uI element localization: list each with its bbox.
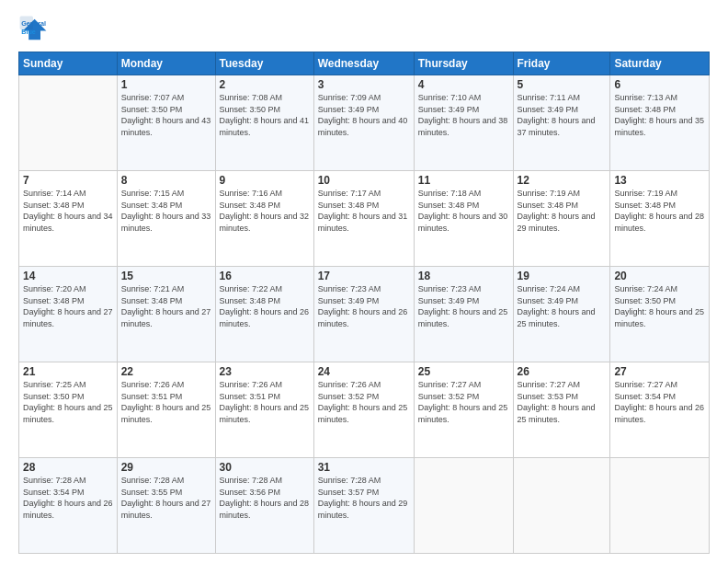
calendar-cell: 25Sunrise: 7:27 AMSunset: 3:52 PMDayligh… — [414, 362, 513, 458]
day-detail: Sunrise: 7:28 AMSunset: 3:55 PMDaylight:… — [121, 476, 211, 520]
calendar-cell: 18Sunrise: 7:23 AMSunset: 3:49 PMDayligh… — [414, 267, 513, 362]
day-detail: Sunrise: 7:11 AMSunset: 3:49 PMDaylight:… — [518, 93, 596, 137]
day-number: 12 — [518, 174, 607, 187]
day-detail: Sunrise: 7:24 AMSunset: 3:50 PMDaylight:… — [614, 284, 704, 328]
day-detail: Sunrise: 7:23 AMSunset: 3:49 PMDaylight:… — [418, 284, 508, 328]
day-number: 19 — [518, 270, 607, 282]
day-detail: Sunrise: 7:19 AMSunset: 3:48 PMDaylight:… — [518, 189, 596, 233]
calendar-header-tuesday: Tuesday — [215, 52, 313, 75]
calendar-cell: 23Sunrise: 7:26 AMSunset: 3:51 PMDayligh… — [215, 362, 313, 458]
day-detail: Sunrise: 7:17 AMSunset: 3:48 PMDaylight:… — [318, 189, 408, 233]
calendar-cell: 16Sunrise: 7:22 AMSunset: 3:48 PMDayligh… — [215, 267, 313, 362]
day-detail: Sunrise: 7:07 AMSunset: 3:50 PMDaylight:… — [121, 93, 211, 137]
day-number: 22 — [121, 365, 211, 378]
day-detail: Sunrise: 7:08 AMSunset: 3:50 PMDaylight:… — [220, 93, 310, 137]
calendar-header-friday: Friday — [513, 52, 610, 75]
calendar-cell: 15Sunrise: 7:21 AMSunset: 3:48 PMDayligh… — [117, 267, 215, 362]
calendar-cell — [19, 75, 118, 171]
day-number: 4 — [418, 78, 509, 91]
calendar-cell: 31Sunrise: 7:28 AMSunset: 3:57 PMDayligh… — [313, 458, 414, 554]
day-detail: Sunrise: 7:21 AMSunset: 3:48 PMDaylight:… — [121, 284, 211, 328]
day-detail: Sunrise: 7:28 AMSunset: 3:54 PMDaylight:… — [23, 476, 113, 520]
calendar-cell: 9Sunrise: 7:16 AMSunset: 3:48 PMDaylight… — [215, 171, 313, 267]
calendar-header-row: SundayMondayTuesdayWednesdayThursdayFrid… — [19, 52, 710, 75]
day-detail: Sunrise: 7:10 AMSunset: 3:49 PMDaylight:… — [418, 93, 508, 137]
day-detail: Sunrise: 7:20 AMSunset: 3:48 PMDaylight:… — [23, 284, 113, 328]
calendar-cell: 8Sunrise: 7:15 AMSunset: 3:48 PMDaylight… — [117, 171, 215, 267]
calendar-week-2: 7Sunrise: 7:14 AMSunset: 3:48 PMDaylight… — [19, 171, 710, 267]
day-detail: Sunrise: 7:25 AMSunset: 3:50 PMDaylight:… — [23, 380, 113, 424]
logo-icon: General Blue — [18, 15, 48, 44]
day-number: 10 — [318, 174, 410, 187]
calendar-cell: 11Sunrise: 7:18 AMSunset: 3:48 PMDayligh… — [414, 171, 513, 267]
calendar-cell: 6Sunrise: 7:13 AMSunset: 3:48 PMDaylight… — [610, 75, 710, 171]
day-number: 11 — [418, 174, 509, 187]
day-number: 20 — [614, 270, 705, 282]
calendar-cell: 2Sunrise: 7:08 AMSunset: 3:50 PMDaylight… — [215, 75, 313, 171]
day-number: 13 — [614, 174, 705, 187]
calendar-header-thursday: Thursday — [414, 52, 513, 75]
calendar-cell: 20Sunrise: 7:24 AMSunset: 3:50 PMDayligh… — [610, 267, 710, 362]
day-number: 18 — [418, 270, 509, 282]
calendar-cell: 22Sunrise: 7:26 AMSunset: 3:51 PMDayligh… — [117, 362, 215, 458]
day-detail: Sunrise: 7:28 AMSunset: 3:57 PMDaylight:… — [318, 476, 408, 520]
calendar-week-3: 14Sunrise: 7:20 AMSunset: 3:48 PMDayligh… — [19, 267, 710, 362]
calendar-cell — [414, 458, 513, 554]
day-number: 21 — [23, 365, 113, 378]
calendar-cell: 17Sunrise: 7:23 AMSunset: 3:49 PMDayligh… — [313, 267, 414, 362]
calendar-cell — [513, 458, 610, 554]
day-number: 28 — [23, 461, 113, 474]
calendar-cell: 24Sunrise: 7:26 AMSunset: 3:52 PMDayligh… — [313, 362, 414, 458]
calendar-week-1: 1Sunrise: 7:07 AMSunset: 3:50 PMDaylight… — [19, 75, 710, 171]
day-number: 8 — [121, 174, 211, 187]
day-number: 31 — [318, 461, 410, 474]
calendar-cell: 12Sunrise: 7:19 AMSunset: 3:48 PMDayligh… — [513, 171, 610, 267]
day-number: 30 — [220, 461, 310, 474]
page: General Blue SundayMondayTuesdayWednesda… — [0, 0, 728, 563]
logo: General Blue — [18, 15, 48, 44]
day-number: 16 — [220, 270, 310, 282]
day-detail: Sunrise: 7:09 AMSunset: 3:49 PMDaylight:… — [318, 93, 408, 137]
day-detail: Sunrise: 7:19 AMSunset: 3:48 PMDaylight:… — [614, 189, 704, 233]
day-number: 9 — [220, 174, 310, 187]
calendar-cell: 19Sunrise: 7:24 AMSunset: 3:49 PMDayligh… — [513, 267, 610, 362]
day-detail: Sunrise: 7:27 AMSunset: 3:53 PMDaylight:… — [518, 380, 596, 424]
day-detail: Sunrise: 7:24 AMSunset: 3:49 PMDaylight:… — [518, 284, 596, 328]
day-detail: Sunrise: 7:13 AMSunset: 3:48 PMDaylight:… — [614, 93, 704, 137]
calendar-cell: 27Sunrise: 7:27 AMSunset: 3:54 PMDayligh… — [610, 362, 710, 458]
calendar-cell: 21Sunrise: 7:25 AMSunset: 3:50 PMDayligh… — [19, 362, 118, 458]
day-detail: Sunrise: 7:26 AMSunset: 3:51 PMDaylight:… — [220, 380, 310, 424]
day-number: 26 — [518, 365, 607, 378]
day-number: 27 — [614, 365, 705, 378]
calendar-cell: 14Sunrise: 7:20 AMSunset: 3:48 PMDayligh… — [19, 267, 118, 362]
day-detail: Sunrise: 7:15 AMSunset: 3:48 PMDaylight:… — [121, 189, 211, 233]
day-number: 25 — [418, 365, 509, 378]
day-detail: Sunrise: 7:18 AMSunset: 3:48 PMDaylight:… — [418, 189, 508, 233]
calendar-cell — [610, 458, 710, 554]
day-number: 23 — [220, 365, 310, 378]
calendar-header-sunday: Sunday — [19, 52, 118, 75]
day-number: 29 — [121, 461, 211, 474]
day-detail: Sunrise: 7:28 AMSunset: 3:56 PMDaylight:… — [220, 476, 310, 520]
day-number: 24 — [318, 365, 410, 378]
day-detail: Sunrise: 7:16 AMSunset: 3:48 PMDaylight:… — [220, 189, 310, 233]
calendar-cell: 13Sunrise: 7:19 AMSunset: 3:48 PMDayligh… — [610, 171, 710, 267]
day-number: 5 — [518, 78, 607, 91]
day-detail: Sunrise: 7:14 AMSunset: 3:48 PMDaylight:… — [23, 189, 113, 233]
day-number: 14 — [23, 270, 113, 282]
calendar-cell: 10Sunrise: 7:17 AMSunset: 3:48 PMDayligh… — [313, 171, 414, 267]
calendar-cell: 1Sunrise: 7:07 AMSunset: 3:50 PMDaylight… — [117, 75, 215, 171]
calendar-cell: 28Sunrise: 7:28 AMSunset: 3:54 PMDayligh… — [19, 458, 118, 554]
calendar-header-wednesday: Wednesday — [313, 52, 414, 75]
day-detail: Sunrise: 7:26 AMSunset: 3:51 PMDaylight:… — [121, 380, 211, 424]
day-number: 6 — [614, 78, 705, 91]
calendar-header-monday: Monday — [117, 52, 215, 75]
day-number: 1 — [121, 78, 211, 91]
day-detail: Sunrise: 7:27 AMSunset: 3:52 PMDaylight:… — [418, 380, 508, 424]
calendar-header-saturday: Saturday — [610, 52, 710, 75]
calendar-cell: 3Sunrise: 7:09 AMSunset: 3:49 PMDaylight… — [313, 75, 414, 171]
header: General Blue — [18, 15, 710, 44]
day-detail: Sunrise: 7:22 AMSunset: 3:48 PMDaylight:… — [220, 284, 310, 328]
calendar-cell: 5Sunrise: 7:11 AMSunset: 3:49 PMDaylight… — [513, 75, 610, 171]
calendar-cell: 29Sunrise: 7:28 AMSunset: 3:55 PMDayligh… — [117, 458, 215, 554]
